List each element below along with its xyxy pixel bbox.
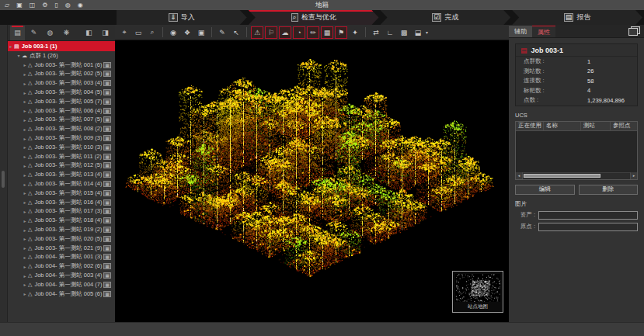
expand-caret-icon[interactable]: ▸ [22, 245, 28, 251]
tree-station-row[interactable]: ▸△Job 004- 第一测站 002 (6)▦ [8, 262, 115, 271]
swap-view-icon[interactable]: ⇄ [370, 26, 382, 39]
collapse-caret-icon[interactable]: ▸ [8, 43, 14, 49]
step-report[interactable]: ▤报告 [512, 10, 642, 25]
ucs-column-header[interactable]: 名称 [544, 122, 581, 130]
shapes-icon[interactable]: ❖ [181, 26, 193, 39]
measure-icon[interactable]: ✎ [216, 26, 228, 39]
station-image-icon[interactable]: ▦ [103, 227, 111, 233]
ucs-column-header[interactable]: 参照点 [611, 122, 637, 130]
collapsed-side-strip[interactable] [0, 25, 8, 322]
point-cloud-canvas[interactable] [115, 40, 509, 321]
station-image-icon[interactable]: ▦ [103, 254, 111, 260]
tree-station-row[interactable]: ▸△Job 003- 第一测站 007 (5)▦ [8, 116, 115, 125]
scroll-left-icon[interactable]: ◂ [516, 172, 523, 179]
station-image-icon[interactable]: ▦ [103, 108, 111, 114]
tree-root-row[interactable]: ▸▤Job 003-1 (1) [8, 41, 115, 51]
step-finish[interactable]: ☑完成 [381, 10, 511, 25]
tree-station-row[interactable]: ▸△Job 003- 第一测站 016 (4)▦ [8, 198, 115, 207]
attachment-tab-icon[interactable]: ✎ [26, 26, 41, 40]
tab-auxiliary[interactable]: 辅助 [509, 26, 532, 37]
station-image-icon[interactable]: ▦ [103, 181, 111, 187]
expand-caret-icon[interactable]: ▸ [22, 163, 28, 168]
tree-station-row[interactable]: ▸△Job 003- 第一测站 013 (4)▦ [8, 170, 115, 179]
station-image-icon[interactable]: ▦ [103, 135, 111, 141]
ucs-column-header[interactable]: 正在使用 [516, 122, 544, 130]
origin-input[interactable] [538, 223, 638, 231]
zoom-area-icon[interactable]: ⌕ [146, 26, 158, 39]
ucs-column-header[interactable]: 测站 [581, 122, 611, 130]
pie-section-icon[interactable]: ◔ [293, 26, 305, 39]
expand-caret-icon[interactable]: ▸ [22, 90, 28, 95]
expand-caret-icon[interactable]: ▸ [22, 255, 28, 260]
expand-caret-icon[interactable]: ▸ [22, 282, 28, 287]
tree-station-row[interactable]: ▸△Job 003- 第一测站 009 (3)▦ [8, 133, 115, 143]
camera-icon[interactable]: ◉ [167, 26, 179, 39]
tree-station-row[interactable]: ▸△Job 003- 第一测站 020 (5)▦ [8, 234, 115, 244]
project-tree-tab-icon[interactable]: ▤ [10, 26, 25, 40]
station-image-icon[interactable]: ▦ [103, 282, 111, 288]
rect-select-icon[interactable]: ▭ [132, 26, 144, 39]
station-image-icon[interactable]: ▦ [103, 162, 111, 168]
expand-caret-icon[interactable]: ▸ [22, 154, 28, 159]
station-image-icon[interactable]: ▦ [103, 89, 111, 95]
station-image-icon[interactable]: ▦ [103, 144, 111, 151]
expand-caret-icon[interactable]: ▸ [22, 108, 28, 113]
filter-toggle-icon[interactable]: ◧ [82, 26, 96, 40]
ucs-hscrollbar[interactable]: ◂ ▸ [516, 172, 637, 179]
expand-caret-icon[interactable]: ▸ [22, 236, 28, 241]
tree-group-row[interactable]: ▾☁点群 1 (26) [8, 51, 115, 61]
site-minimap[interactable]: 站点地图 [452, 271, 503, 313]
station-image-icon[interactable]: ▦ [103, 263, 111, 269]
tree-station-row[interactable]: ▸△Job 003- 第一测站 011 (2)▦ [8, 152, 115, 161]
expand-caret-icon[interactable]: ▸ [22, 264, 28, 269]
display-mode-icon[interactable]: ⬓ [412, 26, 424, 39]
tree-station-row[interactable]: ▸△Job 003- 第一测站 005 (7)▦ [8, 97, 115, 106]
step-import[interactable]: ⇓导入 [117, 10, 247, 25]
scroll-right-icon[interactable]: ▸ [630, 172, 637, 179]
tree-station-row[interactable]: ▸△Job 004- 第一测站 004 (7)▦ [8, 280, 115, 289]
settings-toggle-icon[interactable]: ◨ [98, 26, 113, 40]
station-image-icon[interactable]: ▦ [103, 236, 111, 242]
tree-station-row[interactable]: ▸△Job 003- 第一测站 004 (5)▦ [8, 88, 115, 97]
panel-grip[interactable] [2, 171, 5, 188]
tree-station-row[interactable]: ▸△Job 003- 第一测站 015 (4)▦ [8, 189, 115, 198]
station-image-icon[interactable]: ▦ [103, 71, 111, 77]
tree-station-row[interactable]: ▸△Job 003- 第一测站 006 (4)▦ [8, 106, 115, 116]
location-pin-icon[interactable]: ⚑ [335, 26, 347, 39]
scroll-thumb[interactable] [524, 174, 600, 178]
texture-icon[interactable]: ▩ [398, 26, 410, 39]
globe-tab-icon[interactable]: ◍ [43, 26, 57, 40]
pick-point-icon[interactable]: ⌖ [118, 26, 131, 39]
tree-station-row[interactable]: ▸△Job 003- 第一测站 010 (3)▦ [8, 143, 115, 152]
tree-station-row[interactable]: ▸△Job 003- 第一测站 017 (3)▦ [8, 207, 115, 216]
polyline-icon[interactable]: ∟ [384, 26, 396, 39]
expand-caret-icon[interactable]: ▸ [22, 117, 28, 123]
pose-icon[interactable]: ✦ [349, 26, 361, 39]
3d-viewport[interactable]: ⌖▭⌕◉❖▣✎↖⚠⚐☁◔✏▦⚑✦⇄∟▩⬓▾ 站点地图 [115, 25, 509, 322]
expand-caret-icon[interactable]: ▸ [22, 190, 28, 196]
asset-input[interactable] [538, 211, 638, 220]
tree-station-row[interactable]: ▸△Job 004- 第一测站 001 (3)▦ [8, 253, 115, 262]
station-image-icon[interactable]: ▦ [103, 245, 111, 251]
expand-caret-icon[interactable]: ▸ [22, 182, 28, 187]
station-image-icon[interactable]: ▦ [103, 190, 111, 196]
station-image-icon[interactable]: ▦ [103, 80, 111, 86]
station-image-icon[interactable]: ▦ [103, 217, 111, 223]
dropdown-caret-icon[interactable]: ▾ [426, 29, 431, 35]
expand-caret-icon[interactable]: ▸ [22, 291, 28, 296]
tree-station-row[interactable]: ▸△Job 003- 第一测站 012 (5)▦ [8, 161, 115, 171]
expand-caret-icon[interactable]: ▸ [22, 71, 28, 77]
collapse-caret-icon[interactable]: ▾ [16, 53, 22, 58]
image-overlay-icon[interactable]: ▦ [321, 26, 333, 39]
station-image-icon[interactable]: ▦ [103, 208, 111, 214]
station-image-icon[interactable]: ▦ [103, 62, 111, 68]
expand-caret-icon[interactable]: ▸ [22, 62, 28, 68]
expand-caret-icon[interactable]: ▸ [22, 126, 28, 132]
expand-caret-icon[interactable]: ▸ [22, 81, 28, 86]
tag-marker-icon[interactable]: ⚐ [265, 26, 277, 39]
tree-station-row[interactable]: ▸△Job 004- 第一测站 005 (6)▦ [8, 289, 115, 299]
edit-button[interactable]: 编辑 [515, 185, 575, 195]
delete-button[interactable]: 删除 [579, 185, 639, 195]
expand-caret-icon[interactable]: ▸ [22, 227, 28, 233]
target-tab-icon[interactable]: ❋ [59, 26, 74, 40]
